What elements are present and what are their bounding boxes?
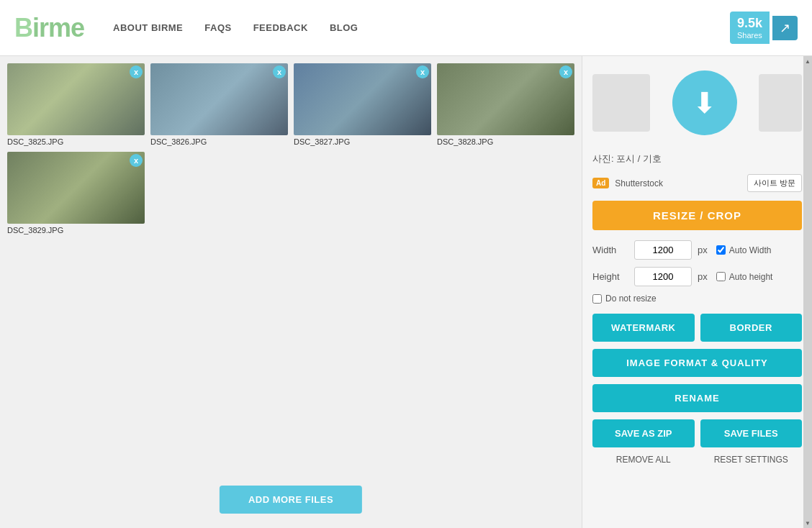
main-nav: ABOUT BIRME FAQS FEEDBACK BLOG bbox=[113, 22, 730, 33]
share-badge: 9.5k Shares ↗ bbox=[730, 12, 798, 44]
list-item: x DSC_3825.JPG bbox=[7, 63, 145, 146]
scroll-up-arrow[interactable]: ▲ bbox=[803, 56, 812, 66]
remove-all-link[interactable]: REMOVE ALL bbox=[592, 455, 695, 465]
ad-text: Shutterstock bbox=[615, 178, 741, 188]
no-resize-checkbox[interactable] bbox=[592, 294, 602, 304]
logo-b: B bbox=[14, 13, 32, 42]
close-icon[interactable]: x bbox=[416, 65, 429, 78]
image-grid: x DSC_3825.JPG x DSC_3826.JPG x DSC_3827… bbox=[7, 63, 574, 235]
scrollbar[interactable]: ▲ ▼ bbox=[803, 56, 812, 528]
scroll-down-arrow[interactable]: ▼ bbox=[803, 518, 812, 528]
auto-height-label: Auto height bbox=[729, 272, 773, 282]
width-label: Width bbox=[592, 245, 628, 255]
border-button[interactable]: BORDER bbox=[700, 314, 803, 342]
add-files-container: ADD MORE FILES bbox=[220, 486, 362, 514]
nav-about[interactable]: ABOUT BIRME bbox=[113, 22, 183, 33]
close-icon[interactable]: x bbox=[559, 65, 572, 78]
list-item: x DSC_3829.JPG bbox=[7, 152, 145, 235]
height-input[interactable] bbox=[634, 267, 692, 286]
reset-settings-link[interactable]: RESET SETTINGS bbox=[700, 455, 803, 465]
auto-height-checkbox[interactable] bbox=[716, 272, 726, 281]
save-row: SAVE AS ZIP SAVE FILES bbox=[592, 419, 802, 447]
no-resize-label: Do not resize bbox=[605, 293, 657, 304]
image-thumbnail[interactable] bbox=[7, 63, 145, 135]
download-icon[interactable]: ⬇ bbox=[672, 70, 737, 135]
close-icon[interactable]: x bbox=[130, 154, 143, 167]
main-content: x DSC_3825.JPG x DSC_3826.JPG x DSC_3827… bbox=[0, 56, 812, 528]
download-arrow-icon: ⬇ bbox=[693, 88, 717, 117]
left-panel: x DSC_3825.JPG x DSC_3826.JPG x DSC_3827… bbox=[0, 56, 582, 528]
close-icon[interactable]: x bbox=[130, 65, 143, 78]
watermark-button[interactable]: WATERMARK bbox=[592, 314, 695, 342]
width-unit: px bbox=[698, 245, 708, 255]
resize-crop-button[interactable]: RESIZE / CROP bbox=[592, 201, 802, 230]
auto-width-checkbox[interactable] bbox=[716, 245, 726, 255]
list-item: x DSC_3826.JPG bbox=[150, 63, 288, 146]
image-format-button[interactable]: IMAGE FORMAT & QUALITY bbox=[592, 349, 802, 377]
image-filename: DSC_3828.JPG bbox=[437, 137, 574, 146]
logo-rest: irme bbox=[32, 13, 84, 42]
logo[interactable]: Birme bbox=[14, 13, 84, 43]
header: Birme ABOUT BIRME FAQS FEEDBACK BLOG 9.5… bbox=[0, 0, 812, 56]
bottom-links: REMOVE ALL RESET SETTINGS bbox=[592, 455, 802, 465]
image-thumbnail[interactable] bbox=[294, 63, 431, 135]
rename-button[interactable]: RENAME bbox=[592, 384, 802, 412]
image-thumbnail[interactable] bbox=[7, 152, 145, 224]
right-content: ⬇ 사진: 포시 / 기호 Ad Shutterstock 사이트 방문 RES… bbox=[582, 56, 812, 528]
auto-width-label: Auto Width bbox=[729, 245, 772, 255]
auto-width-checkbox-container: Auto Width bbox=[716, 245, 772, 255]
height-row: Height px Auto height bbox=[592, 267, 802, 286]
nav-blog[interactable]: BLOG bbox=[330, 22, 358, 33]
nav-feedback[interactable]: FEEDBACK bbox=[253, 22, 308, 33]
image-thumbnail[interactable] bbox=[150, 63, 288, 135]
list-item: x DSC_3827.JPG bbox=[294, 63, 431, 146]
image-thumbnail[interactable] bbox=[437, 63, 574, 135]
close-icon[interactable]: x bbox=[273, 65, 286, 78]
auto-height-checkbox-container: Auto height bbox=[716, 272, 773, 282]
add-more-files-button[interactable]: ADD MORE FILES bbox=[220, 486, 362, 514]
image-filename: DSC_3825.JPG bbox=[7, 137, 145, 146]
width-input[interactable] bbox=[634, 240, 692, 260]
photo-label: 사진: 포시 / 기호 bbox=[592, 153, 802, 165]
image-filename: DSC_3827.JPG bbox=[294, 137, 431, 146]
scrollbar-track[interactable] bbox=[804, 66, 811, 518]
preview-left bbox=[592, 74, 650, 132]
image-filename: DSC_3826.JPG bbox=[150, 137, 288, 146]
watermark-border-row: WATERMARK BORDER bbox=[592, 314, 802, 342]
ad-banner: Ad Shutterstock 사이트 방문 bbox=[592, 174, 802, 192]
save-as-zip-button[interactable]: SAVE AS ZIP bbox=[592, 419, 695, 447]
download-area: ⬇ bbox=[592, 63, 802, 142]
no-resize-row: Do not resize bbox=[592, 293, 802, 304]
width-row: Width px Auto Width bbox=[592, 240, 802, 260]
save-files-button[interactable]: SAVE FILES bbox=[700, 419, 803, 447]
ad-label: Ad bbox=[592, 178, 609, 188]
right-panel: ⬇ 사진: 포시 / 기호 Ad Shutterstock 사이트 방문 RES… bbox=[582, 56, 812, 528]
preview-right bbox=[759, 74, 802, 132]
height-label: Height bbox=[592, 271, 628, 282]
nav-faqs[interactable]: FAQS bbox=[204, 22, 231, 33]
height-unit: px bbox=[698, 271, 708, 282]
share-button[interactable]: ↗ bbox=[772, 16, 798, 40]
site-visit-button[interactable]: 사이트 방문 bbox=[747, 174, 802, 192]
list-item: x DSC_3828.JPG bbox=[437, 63, 574, 146]
image-filename: DSC_3829.JPG bbox=[7, 226, 145, 235]
share-count: 9.5k Shares bbox=[730, 12, 770, 44]
